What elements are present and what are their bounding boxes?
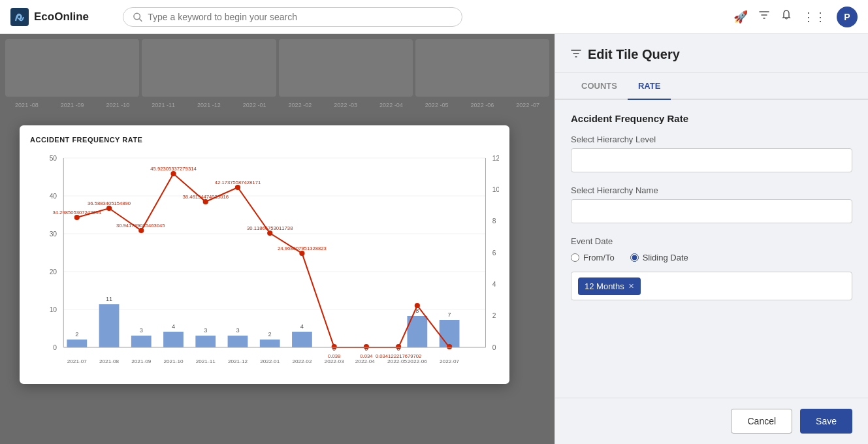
cancel-button[interactable]: Cancel (731, 409, 792, 434)
svg-text:2022-07: 2022-07 (440, 358, 460, 364)
sliding-date-radio[interactable] (630, 253, 639, 262)
svg-text:2021-12: 2021-12 (228, 358, 248, 364)
svg-text:34.298505307242394: 34.298505307242394 (52, 210, 101, 215)
svg-text:11: 11 (106, 296, 112, 302)
svg-point-41 (203, 199, 208, 204)
sliding-date-option[interactable]: Sliding Date (630, 253, 688, 262)
svg-text:2: 2 (492, 312, 496, 319)
sliding-date-label: Sliding Date (643, 253, 688, 262)
svg-text:3: 3 (236, 327, 239, 334)
svg-rect-0 (10, 8, 29, 26)
svg-text:24.968007951328823: 24.968007951328823 (278, 246, 327, 251)
svg-text:4: 4 (492, 281, 496, 288)
bar-1 (99, 304, 120, 347)
svg-text:All Events: All Events (498, 249, 499, 276)
svg-text:40: 40 (50, 193, 57, 200)
svg-text:45.92305337279314: 45.92305337279314 (150, 166, 196, 172)
svg-text:8: 8 (492, 217, 496, 225)
svg-point-45 (332, 344, 337, 349)
svg-point-40 (170, 171, 176, 176)
svg-text:2022-02: 2022-02 (292, 358, 312, 364)
svg-text:30: 30 (50, 230, 57, 238)
svg-text:38.46134474033016: 38.46134474033016 (183, 194, 229, 200)
svg-text:2021-07: 2021-07 (67, 358, 88, 364)
from-to-radio[interactable] (571, 253, 579, 262)
right-panel: Edit Tile Query COUNTS RATE Accident Fre… (555, 34, 868, 444)
svg-point-43 (267, 230, 272, 236)
afr-line (77, 174, 449, 347)
from-to-label: From/To (583, 253, 615, 262)
hierarchy-level-label: Select Hierarchy Level (571, 135, 852, 144)
search-bar[interactable] (123, 7, 462, 27)
sliding-date-input[interactable]: 12 Months ✕ (571, 272, 852, 300)
bar-6 (260, 340, 280, 347)
svg-text:20: 20 (50, 268, 57, 276)
save-button[interactable]: Save (800, 409, 852, 434)
months-badge[interactable]: 12 Months ✕ (578, 278, 641, 295)
svg-text:7: 7 (448, 311, 451, 318)
svg-text:0: 0 (492, 344, 496, 351)
bar-4 (195, 336, 216, 347)
svg-point-42 (235, 185, 240, 190)
svg-text:30.11866753011738: 30.11866753011738 (247, 225, 293, 231)
svg-text:4: 4 (172, 323, 175, 330)
svg-text:10: 10 (50, 306, 57, 313)
section-title: Accident Frequency Rate (571, 113, 852, 124)
svg-point-37 (74, 215, 80, 220)
panel-title: Edit Tile Query (588, 47, 680, 72)
svg-text:3: 3 (204, 327, 207, 334)
tab-rate[interactable]: RATE (628, 73, 671, 100)
bar-12 (440, 320, 460, 347)
hierarchy-level-input[interactable] (571, 148, 852, 172)
filter-panel-icon (571, 48, 581, 61)
svg-text:12: 12 (492, 155, 499, 162)
svg-text:2021-09: 2021-09 (131, 358, 152, 364)
hierarchy-name-input[interactable] (571, 199, 852, 223)
tabs-row: COUNTS RATE (555, 73, 868, 100)
search-icon (133, 12, 142, 22)
rocket-icon[interactable]: 🚀 (733, 10, 748, 24)
svg-text:2022-06: 2022-06 (408, 358, 428, 364)
svg-point-44 (299, 251, 304, 256)
main-area: 2021 -082021 -092021 -102021 -112021 -12… (0, 34, 868, 444)
logo-icon (10, 8, 29, 26)
bar-2 (131, 336, 152, 347)
search-input[interactable] (148, 12, 453, 22)
chart-title: ACCIDENT FREQUENCY RATE (30, 136, 499, 144)
svg-text:42.17375587428171: 42.17375587428171 (215, 180, 261, 185)
radio-row: From/To Sliding Date (571, 253, 852, 262)
logo-text: EcoOnline (34, 10, 89, 24)
left-content: 2021 -082021 -092021 -102021 -112021 -12… (0, 34, 555, 444)
logo-area: EcoOnline (10, 8, 115, 26)
chart-card: ACCIDENT FREQUENCY RATE 50 40 (20, 125, 509, 384)
filter-icon[interactable] (758, 9, 770, 24)
panel-footer: Cancel Save (555, 398, 868, 444)
bar-0 (67, 340, 87, 347)
bar-7 (292, 332, 312, 347)
svg-point-48 (415, 303, 420, 308)
svg-text:2022-04: 2022-04 (355, 358, 376, 364)
chart-area: 50 40 30 20 10 0 12 10 8 6 4 2 0 All Eve… (30, 151, 499, 373)
svg-text:50: 50 (50, 155, 57, 162)
svg-point-47 (396, 344, 401, 349)
svg-point-39 (138, 228, 144, 233)
svg-text:2022-03: 2022-03 (325, 358, 345, 364)
svg-text:3: 3 (140, 327, 143, 334)
svg-text:2021-08: 2021-08 (99, 358, 120, 364)
remove-months-icon[interactable]: ✕ (628, 282, 634, 291)
panel-header: Edit Tile Query (555, 34, 868, 73)
grid-icon[interactable]: ⋮⋮ (803, 10, 826, 24)
top-navigation: EcoOnline 🚀 ⋮⋮ P (0, 0, 868, 34)
svg-text:2022-01: 2022-01 (260, 358, 280, 364)
svg-text:2021-10: 2021-10 (163, 358, 184, 364)
avatar[interactable]: P (837, 7, 858, 27)
nav-icons: 🚀 ⋮⋮ P (733, 7, 858, 27)
from-to-option[interactable]: From/To (571, 253, 615, 262)
tab-counts[interactable]: COUNTS (571, 73, 628, 100)
svg-text:4: 4 (300, 323, 304, 330)
svg-text:6: 6 (492, 249, 496, 257)
svg-text:2021-11: 2021-11 (196, 358, 216, 364)
svg-text:2022-05: 2022-05 (387, 358, 408, 364)
bell-icon[interactable] (780, 9, 792, 24)
svg-point-49 (447, 344, 452, 349)
